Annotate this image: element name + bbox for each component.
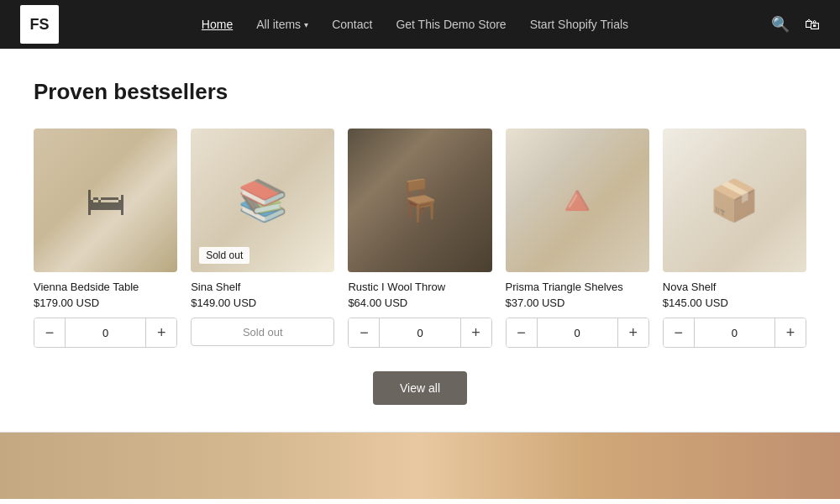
product-image-nova-shelf[interactable] [663, 129, 806, 272]
qty-control-prisma-triangle: − + [506, 318, 649, 348]
product-name-prisma-triangle: Prisma Triangle Shelves [506, 281, 649, 293]
qty-input-vienna-bedside[interactable] [65, 318, 146, 347]
nav-link-demo-store[interactable]: Get This Demo Store [396, 18, 506, 31]
qty-input-nova-shelf[interactable] [694, 318, 775, 347]
qty-input-rustic-wool[interactable] [379, 318, 460, 347]
product-price-sina-shelf: $149.00 USD [191, 297, 334, 309]
qty-decrease-vienna-bedside[interactable]: − [34, 318, 65, 347]
product-name-nova-shelf: Nova Shelf [663, 281, 806, 293]
bottom-banner [0, 432, 840, 499]
nav-link-shopify-trials[interactable]: Start Shopify Trials [530, 18, 629, 31]
view-all-button[interactable]: View all [373, 371, 467, 405]
qty-decrease-nova-shelf[interactable]: − [664, 318, 694, 347]
nav-icons: 🔍 🛍 [771, 17, 820, 32]
cart-icon: 🛍 [805, 16, 820, 33]
sold-out-button-sina-shelf: Sold out [191, 318, 334, 346]
logo-mark[interactable]: FS [20, 5, 59, 44]
product-image-rustic-wool[interactable] [348, 129, 491, 272]
product-price-vienna-bedside: $179.00 USD [34, 297, 177, 309]
qty-increase-vienna-bedside[interactable]: + [146, 318, 176, 347]
navbar: FS Home All items Contact Get This Demo … [0, 0, 840, 49]
product-price-rustic-wool: $64.00 USD [348, 297, 491, 309]
qty-control-nova-shelf: − + [663, 318, 806, 348]
search-icon: 🔍 [771, 16, 790, 33]
section-title: Proven bestsellers [34, 79, 806, 105]
qty-control-rustic-wool: − + [348, 318, 491, 348]
nav-link-contact[interactable]: Contact [332, 18, 372, 31]
qty-input-prisma-triangle[interactable] [537, 318, 618, 347]
qty-control-vienna-bedside: − + [34, 318, 177, 348]
qty-decrease-prisma-triangle[interactable]: − [507, 318, 537, 347]
nav-link-all-items[interactable]: All items [256, 18, 308, 31]
product-price-nova-shelf: $145.00 USD [663, 297, 806, 309]
product-image-vienna-bedside[interactable] [34, 129, 177, 272]
main-content: Proven bestsellers Vienna Bedside Table … [0, 49, 840, 405]
search-button[interactable]: 🔍 [771, 17, 790, 32]
product-card-nova-shelf: Nova Shelf $145.00 USD − + [663, 129, 806, 348]
nav-links: Home All items Contact Get This Demo Sto… [202, 18, 628, 31]
product-name-sina-shelf: Sina Shelf [191, 281, 334, 293]
nav-link-home[interactable]: Home [202, 18, 233, 31]
sold-out-badge-sina-shelf: Sold out [199, 247, 249, 264]
product-image-prisma-triangle[interactable] [506, 129, 649, 272]
product-card-rustic-wool: Rustic I Wool Throw $64.00 USD − + [348, 129, 491, 348]
qty-increase-prisma-triangle[interactable]: + [618, 318, 648, 347]
product-card-sina-shelf: Sold out Sina Shelf $149.00 USD Sold out [191, 129, 334, 348]
product-card-prisma-triangle: Prisma Triangle Shelves $37.00 USD − + [506, 129, 649, 348]
qty-increase-rustic-wool[interactable]: + [461, 318, 491, 347]
product-name-vienna-bedside: Vienna Bedside Table [34, 281, 177, 293]
product-name-rustic-wool: Rustic I Wool Throw [348, 281, 491, 293]
nav-logo[interactable]: FS [20, 5, 59, 44]
product-grid: Vienna Bedside Table $179.00 USD − + Sol… [34, 129, 806, 348]
product-price-prisma-triangle: $37.00 USD [506, 297, 649, 309]
product-card-vienna-bedside: Vienna Bedside Table $179.00 USD − + [34, 129, 177, 348]
view-all-section: View all [34, 371, 806, 405]
qty-decrease-rustic-wool[interactable]: − [349, 318, 379, 347]
product-image-sina-shelf[interactable]: Sold out [191, 129, 334, 272]
cart-button[interactable]: 🛍 [805, 17, 820, 32]
qty-increase-nova-shelf[interactable]: + [775, 318, 806, 347]
